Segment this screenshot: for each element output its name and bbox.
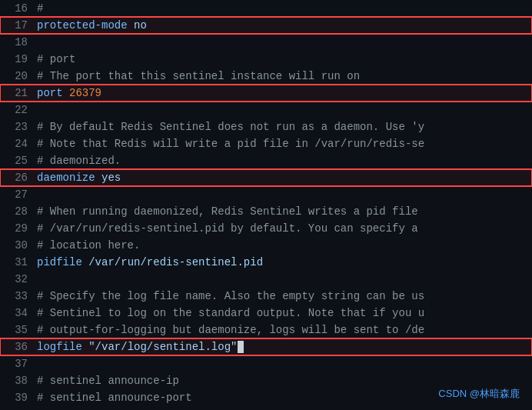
line-number: 29 [6,220,28,237]
line-number: 18 [6,34,28,51]
code-line: 28# When running daemonized, Redis Senti… [0,203,532,220]
line-content: pidfile /var/run/redis-sentinel.pid [37,254,526,271]
code-line: 34# Sentinel to log on the standard outp… [0,305,532,322]
code-line: 21port 26379 [0,85,532,102]
line-content: # output-for-logging but daemonize, logs… [37,322,526,338]
line-content: # By default Redis Sentinel does not run… [37,118,526,135]
code-line: 22 [0,102,532,118]
line-content: # When running daemonized, Redis Sentine… [37,203,526,220]
code-line: 23# By default Redis Sentinel does not r… [0,118,532,135]
code-line: 17protected-mode no [0,17,532,34]
line-content: # The port that this sentinel instance w… [37,68,526,85]
code-line: 18 [0,34,532,51]
line-number: 38 [6,372,28,389]
line-content: # location here. [37,237,526,254]
code-line: 33# Specify the log file name. Also the … [0,288,532,305]
line-content: daemonize yes [37,169,526,186]
line-content: port 26379 [37,85,526,102]
line-number: 26 [6,169,28,186]
code-line: 31pidfile /var/run/redis-sentinel.pid [0,254,532,271]
line-number: 23 [6,118,28,135]
line-content: # port [37,51,526,68]
line-number: 25 [6,152,28,169]
line-number: 34 [6,305,28,322]
line-number: 35 [6,322,28,338]
line-number: 36 [6,338,28,355]
line-content: # Sentinel to log on the standard output… [37,305,526,322]
line-number: 30 [6,237,28,254]
line-content: # Note that Redis will write a pid file … [37,135,526,152]
code-line: 25# daemonized. [0,152,532,169]
code-line: 37 [0,355,532,372]
line-number: 39 [6,389,28,406]
line-number: 31 [6,254,28,271]
line-number: 22 [6,102,28,118]
code-line: 19# port [0,51,532,68]
line-number: 24 [6,135,28,152]
line-number: 21 [6,85,28,102]
line-content: # /var/run/redis-sentinel.pid by default… [37,220,526,237]
line-number: 20 [6,68,28,85]
line-number: 19 [6,51,28,68]
code-line: 20# The port that this sentinel instance… [0,68,532,85]
line-content: # daemonized. [37,152,526,169]
line-number: 28 [6,203,28,220]
code-line: 36logfile "/var/log/sentinel.log" [0,338,532,355]
code-line: 30# location here. [0,237,532,254]
line-content: logfile "/var/log/sentinel.log" [37,338,526,355]
line-content: protected-mode no [37,17,526,34]
line-content: # [37,0,526,17]
code-line: 29# /var/run/redis-sentinel.pid by defau… [0,220,532,237]
code-line: 16# [0,0,532,17]
line-number: 27 [6,186,28,203]
line-number: 33 [6,288,28,305]
code-line: 26daemonize yes [0,169,532,186]
line-number: 37 [6,355,28,372]
code-line: 24# Note that Redis will write a pid fil… [0,135,532,152]
line-content: # Specify the log file name. Also the em… [37,288,526,305]
code-editor: 16#17protected-mode no1819# port 20# The… [0,0,532,410]
code-line: 35# output-for-logging but daemonize, lo… [0,322,532,338]
code-line: 32 [0,271,532,288]
watermark: CSDN @林暗森鹿 [438,387,520,401]
line-number: 16 [6,0,28,17]
line-number: 32 [6,271,28,288]
code-line: 27 [0,186,532,203]
line-number: 17 [6,17,28,34]
